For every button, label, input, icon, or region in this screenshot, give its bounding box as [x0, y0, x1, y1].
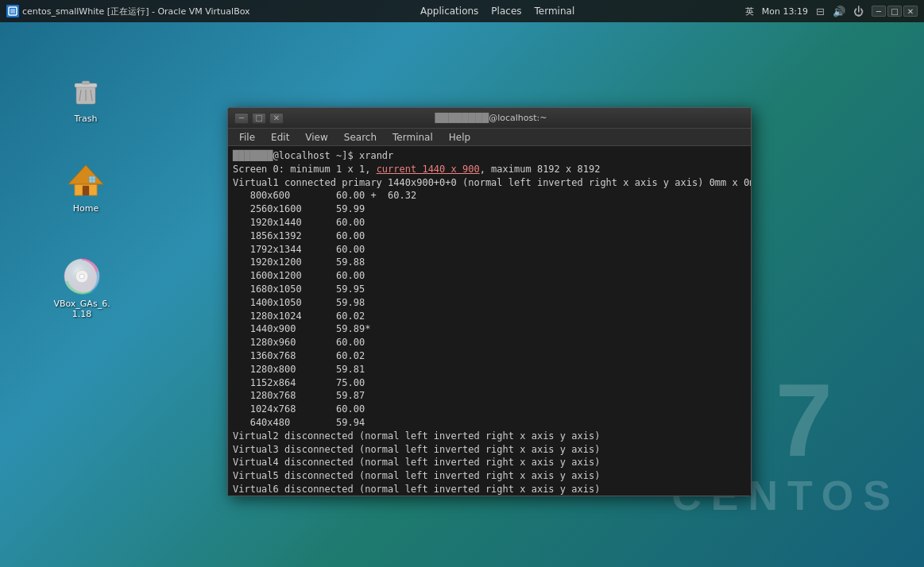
cd-icon-image	[63, 257, 101, 295]
terminal-titlebar: ─ □ ✕ ████████@localhost:~	[228, 108, 751, 129]
term-line-19: 1024x768 60.00	[233, 403, 746, 416]
term-line-21: Virtual2 disconnected (normal left inver…	[233, 430, 746, 443]
term-menu-help[interactable]: Help	[443, 130, 477, 145]
network-icon: ⊟	[816, 6, 825, 17]
taskbar-language: 英	[745, 6, 754, 17]
trash-label: Trash	[74, 114, 97, 124]
term-line-13: 1440x900 59.89*	[233, 322, 746, 336]
terminal-window: ─ □ ✕ ████████@localhost:~ File Edit Vie…	[227, 107, 752, 496]
close-button[interactable]: ✕	[903, 6, 918, 17]
taskbar-left: centos_smallWhite [正在运行] - Oracle VM Vir…	[6, 5, 250, 17]
term-line-8: 1920x1200 59.88	[233, 256, 746, 269]
taskbar-time: Mon 13:19	[762, 6, 808, 17]
term-line-4: 2560x1600 59.99	[233, 202, 746, 216]
svg-rect-12	[83, 186, 89, 195]
taskbar-applications[interactable]: Applications	[420, 6, 478, 17]
minimize-button[interactable]: ─	[872, 6, 886, 17]
term-line-3: 800x600 60.00 + 60.32	[233, 189, 746, 202]
term-minimize-button[interactable]: ─	[234, 113, 249, 124]
svg-point-19	[79, 274, 84, 279]
term-line-7: 1792x1344 60.00	[233, 243, 746, 256]
home-label: Home	[73, 203, 99, 214]
term-line-25: Virtual6 disconnected (normal left inver…	[233, 483, 746, 496]
trash-icon-image	[67, 72, 105, 110]
term-line-5: 1920x1440 60.00	[233, 216, 746, 230]
term-line-12: 1280x1024 60.02	[233, 310, 746, 323]
window-controls: ─ □ ✕	[872, 6, 918, 17]
maximize-button[interactable]: □	[887, 6, 902, 17]
term-menu-edit[interactable]: Edit	[265, 130, 296, 145]
term-line-20: 640x480 59.94	[233, 416, 746, 430]
vbox-cd-icon-desktop[interactable]: VBox_GAs_6.1.18	[50, 254, 114, 322]
term-line-2: Virtual1 connected primary 1440x900+0+0 …	[233, 176, 746, 190]
term-line-15: 1360x768 60.02	[233, 349, 746, 363]
virtualbox-icon	[6, 5, 19, 17]
taskbar-apps: Applications Places Terminal	[420, 6, 574, 17]
terminal-title: ████████@localhost:~	[284, 113, 698, 123]
terminal-menubar: File Edit View Search Terminal Help	[228, 129, 751, 146]
term-maximize-button[interactable]: □	[252, 113, 266, 124]
svg-rect-2	[10, 9, 15, 14]
term-line-6: 1856x1392 60.00	[233, 230, 746, 243]
taskbar-title: centos_smallWhite [正在运行] - Oracle VM Vir…	[22, 6, 250, 17]
term-line-9: 1600x1200 60.00	[233, 269, 746, 283]
trash-icon-desktop[interactable]: Trash	[54, 69, 118, 127]
term-menu-terminal[interactable]: Terminal	[386, 130, 439, 145]
term-line-11: 1400x1050 59.98	[233, 296, 746, 310]
taskbar: centos_smallWhite [正在运行] - Oracle VM Vir…	[0, 0, 924, 22]
term-line-0: ███████@localhost ~]$ xrandr	[233, 149, 746, 163]
home-icon-image	[67, 162, 105, 200]
term-line-17: 1152x864 75.00	[233, 376, 746, 390]
svg-rect-6	[82, 81, 90, 84]
term-line-22: Virtual3 disconnected (normal left inver…	[233, 443, 746, 457]
term-line-16: 1280x800 59.81	[233, 363, 746, 376]
term-line-18: 1280x768 59.87	[233, 389, 746, 403]
term-line-10: 1680x1050 59.95	[233, 283, 746, 296]
term-menu-search[interactable]: Search	[338, 130, 383, 145]
term-line-14: 1280x960 60.00	[233, 336, 746, 349]
term-win-controls: ─ □ ✕	[233, 113, 284, 124]
home-icon-desktop[interactable]: Home	[54, 159, 118, 217]
taskbar-places[interactable]: Places	[491, 6, 521, 17]
term-line-23: Virtual4 disconnected (normal left inver…	[233, 456, 746, 469]
term-menu-view[interactable]: View	[299, 130, 334, 145]
svg-marker-11	[68, 165, 103, 184]
term-line-1: Screen 0: minimum 1 x 1, current 1440 x …	[233, 163, 746, 176]
taskbar-right: 英 Mon 13:19 ⊟ 🔊 ⏻ ─ □ ✕	[745, 6, 918, 17]
desktop: centos_smallWhite [正在运行] - Oracle VM Vir…	[0, 0, 924, 567]
power-icon[interactable]: ⏻	[853, 6, 864, 17]
taskbar-terminal[interactable]: Terminal	[535, 6, 575, 17]
volume-icon[interactable]: 🔊	[833, 6, 845, 17]
term-close-button[interactable]: ✕	[269, 113, 284, 124]
term-line-24: Virtual5 disconnected (normal left inver…	[233, 469, 746, 483]
terminal-content[interactable]: ███████@localhost ~]$ xrandr Screen 0: m…	[228, 146, 751, 496]
term-menu-file[interactable]: File	[233, 130, 261, 145]
vbox-label: VBox_GAs_6.1.18	[51, 299, 113, 319]
centos-number-watermark: 7	[775, 361, 833, 480]
